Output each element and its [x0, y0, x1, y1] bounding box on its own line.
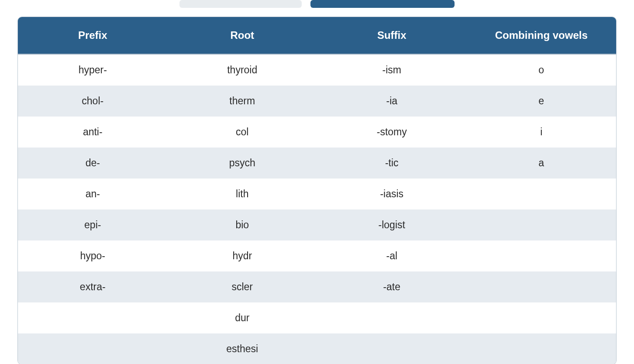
table-body: hyper- thyroid -ism o chol- therm -ia e … [18, 54, 616, 364]
cell-suffix: -al [317, 240, 467, 271]
table-row: de- psych -tic a [18, 148, 616, 179]
word-parts-table: Prefix Root Suffix Combining vowels hype… [18, 17, 616, 364]
cell-root: bio [168, 209, 317, 240]
table-row: anti- col -stomy i [18, 117, 616, 148]
cell-vowel [467, 179, 617, 209]
cell-vowel [467, 271, 617, 302]
table-row: hypo- hydr -al [18, 240, 616, 271]
word-parts-table-wrapper: Prefix Root Suffix Combining vowels hype… [17, 17, 617, 364]
cell-root: therm [168, 86, 317, 117]
cell-prefix: hyper- [18, 54, 168, 86]
cell-root: hydr [168, 240, 317, 271]
cell-suffix: -iasis [317, 179, 467, 209]
header-suffix: Suffix [317, 17, 467, 54]
cell-root: thyroid [168, 54, 317, 86]
cell-prefix: anti- [18, 117, 168, 148]
cell-root: dur [168, 302, 317, 333]
cell-root: esthesi [168, 333, 317, 364]
cell-vowel [467, 333, 617, 364]
table-row: hyper- thyroid -ism o [18, 54, 616, 86]
cell-prefix: de- [18, 148, 168, 179]
button-dark[interactable] [310, 0, 455, 8]
table-row: chol- therm -ia e [18, 86, 616, 117]
top-button-row [0, 0, 634, 17]
header-prefix: Prefix [18, 17, 168, 54]
cell-vowel: o [467, 54, 617, 86]
cell-root: col [168, 117, 317, 148]
header-root: Root [168, 17, 317, 54]
cell-root: lith [168, 179, 317, 209]
cell-suffix [317, 302, 467, 333]
cell-suffix: -ia [317, 86, 467, 117]
cell-prefix [18, 302, 168, 333]
cell-vowel [467, 209, 617, 240]
cell-suffix: -ate [317, 271, 467, 302]
cell-prefix: chol- [18, 86, 168, 117]
cell-vowel: e [467, 86, 617, 117]
table-row: esthesi [18, 333, 616, 364]
cell-suffix: -ism [317, 54, 467, 86]
cell-suffix [317, 333, 467, 364]
table-row: an- lith -iasis [18, 179, 616, 209]
table-header-row: Prefix Root Suffix Combining vowels [18, 17, 616, 54]
cell-vowel [467, 240, 617, 271]
cell-prefix: an- [18, 179, 168, 209]
cell-prefix: epi- [18, 209, 168, 240]
header-combining-vowels: Combining vowels [467, 17, 617, 54]
cell-vowel: a [467, 148, 617, 179]
table-row: extra- scler -ate [18, 271, 616, 302]
cell-root: psych [168, 148, 317, 179]
cell-suffix: -logist [317, 209, 467, 240]
table-row: epi- bio -logist [18, 209, 616, 240]
cell-prefix: hypo- [18, 240, 168, 271]
cell-vowel [467, 302, 617, 333]
button-light[interactable] [179, 0, 302, 8]
cell-suffix: -tic [317, 148, 467, 179]
cell-prefix: extra- [18, 271, 168, 302]
cell-root: scler [168, 271, 317, 302]
table-row: dur [18, 302, 616, 333]
cell-prefix [18, 333, 168, 364]
cell-suffix: -stomy [317, 117, 467, 148]
cell-vowel: i [467, 117, 617, 148]
